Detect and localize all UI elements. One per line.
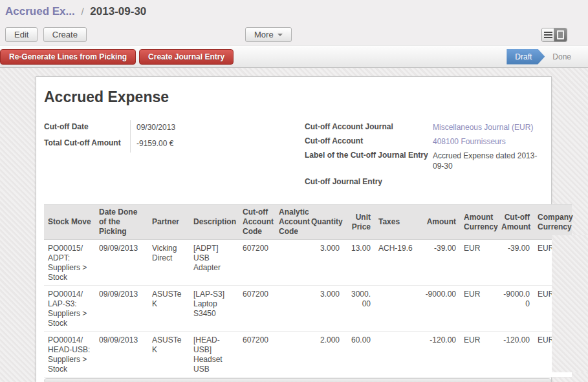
table-cell: EUR <box>460 286 497 332</box>
breadcrumb-separator: / <box>81 6 83 17</box>
table-cell: [LAP-S3] Laptop S3450 <box>190 286 239 332</box>
table-cell: Vicking Direct <box>148 240 190 286</box>
table-cell: PO00015/​ADPT: Suppliers > Stock <box>44 240 95 286</box>
column-header: Unit Price <box>343 205 375 240</box>
table-cell: 3.000 <box>307 240 343 286</box>
table-row[interactable]: PO00014/​HEAD-USB: Suppliers > Stock09/0… <box>44 332 572 377</box>
table-cell: 09/09/2013 <box>95 240 148 286</box>
table-cell <box>375 286 418 332</box>
table-cell: 3000.00 <box>343 286 375 332</box>
column-header: Amount Currency <box>460 205 497 240</box>
toolbar: Edit Create More <box>0 23 588 45</box>
page-title: Accrued Expense <box>44 89 543 106</box>
form-view-button[interactable] <box>554 28 567 41</box>
table-cell <box>275 286 307 332</box>
state-done: Done <box>545 49 579 65</box>
breadcrumb-current: 2013-09-30 <box>90 5 146 17</box>
table-cell: ASUSTeK <box>148 286 190 332</box>
table-cell: 607200 <box>239 286 275 332</box>
cutoff-date-value: 09/30/2013 <box>130 120 305 136</box>
column-header: Description <box>190 205 239 240</box>
top-bar: Accrued Ex... / 2013-09-30 <box>0 0 588 23</box>
total-cutoff-amount-label: Total Cut-off Amount <box>44 136 130 153</box>
table-cell: 607200 <box>239 332 275 377</box>
create-button[interactable]: Create <box>43 27 87 42</box>
view-switcher <box>541 28 567 42</box>
table-cell: EUR <box>534 240 572 286</box>
form-sheet: Accrued Expense Cut-off Date 09/30/2013 … <box>36 76 552 382</box>
status-bar: Re-Generate Lines from Picking Create Jo… <box>0 45 588 68</box>
more-label: More <box>254 30 274 39</box>
table-cell: EUR <box>460 332 497 377</box>
journal-entry-label-label: Label of the Cut-off Journal Entry <box>305 149 433 171</box>
breadcrumb-parent-link[interactable]: Accrued Ex... <box>5 5 75 17</box>
column-header: Taxes <box>375 205 418 240</box>
state-indicator: Draft Done <box>506 49 579 65</box>
edit-button[interactable]: Edit <box>5 27 38 42</box>
table-cell: -120.00 <box>497 332 534 377</box>
table-header-row: Stock MoveDate Done of the PickingPartne… <box>44 205 572 240</box>
list-view-icon <box>544 32 552 38</box>
table-row[interactable]: PO00015/​ADPT: Suppliers > Stock09/09/20… <box>44 240 572 286</box>
column-header: Company Currency <box>534 205 572 240</box>
table-cell: -39.00 <box>497 240 534 286</box>
create-journal-entry-button[interactable]: Create Journal Entry <box>139 49 234 65</box>
form-view-icon <box>557 30 564 39</box>
list-view-button[interactable] <box>542 28 554 41</box>
table-cell: 13.00 <box>343 240 375 286</box>
table-cell: 09/09/2013 <box>95 332 148 377</box>
cutoff-account-label: Cut-off Account <box>305 134 433 149</box>
table-cell: 2.000 <box>307 332 343 377</box>
table-cell <box>275 332 307 377</box>
table-cell: EUR <box>534 286 572 332</box>
table-cell: ASUSTeK <box>148 332 190 377</box>
cutoff-date-label: Cut-off Date <box>44 120 130 136</box>
column-header: Amount <box>418 205 460 240</box>
column-header: Date Done of the Picking <box>95 205 148 240</box>
table-cell: [ADPT] USB Adapter <box>190 240 239 286</box>
column-header: Cut-off Account Code <box>239 205 275 240</box>
cutoff-journal-entry-value <box>433 175 543 189</box>
cutoff-lines-table: Stock MoveDate Done of the PickingPartne… <box>44 204 572 377</box>
horizontal-scrollbar[interactable] <box>44 378 551 382</box>
column-header: Stock Move <box>44 205 95 240</box>
lines-table-container: Stock MoveDate Done of the PickingPartne… <box>44 204 572 382</box>
table-cell: 607200 <box>239 240 275 286</box>
column-header: Quantity <box>307 205 343 240</box>
table-cell: 3.000 <box>307 286 343 332</box>
more-dropdown-button[interactable]: More <box>245 27 292 42</box>
table-row[interactable]: PO00014/​LAP-S3: Suppliers > Stock09/09/… <box>44 286 572 332</box>
table-cell: -9000.00 <box>497 286 534 332</box>
table-cell: EUR <box>534 332 572 377</box>
breadcrumb: Accrued Ex... / 2013-09-30 <box>5 5 583 18</box>
field-group-left: Cut-off Date 09/30/2013 Total Cut-off Am… <box>44 120 305 153</box>
column-header: Analytic Account Code <box>275 205 307 240</box>
total-cutoff-amount-value: -9159.00 € <box>130 136 305 153</box>
table-cell: -39.00 <box>418 240 460 286</box>
table-cell: ACH-19.6 <box>375 240 418 286</box>
field-group-right: Cut-off Account Journal Miscellaneous Jo… <box>305 120 543 189</box>
table-cell: PO00014/​LAP-S3: Suppliers > Stock <box>44 286 95 332</box>
regenerate-lines-button[interactable]: Re-Generate Lines from Picking <box>0 49 136 65</box>
table-cell: 09/09/2013 <box>95 286 148 332</box>
table-cell <box>275 240 307 286</box>
table-cell: -9000.00 <box>418 286 460 332</box>
table-cell <box>375 332 418 377</box>
state-draft: Draft <box>506 49 545 65</box>
table-cell: -120.00 <box>418 332 460 377</box>
table-cell: 60.00 <box>343 332 375 377</box>
cutoff-account-journal-label: Cut-off Account Journal <box>305 120 433 134</box>
table-cell: EUR <box>460 240 497 286</box>
cutoff-account-journal-link[interactable]: Miscellaneous Journal (EUR) <box>433 120 543 134</box>
caret-down-icon <box>278 34 283 39</box>
column-header: Partner <box>148 205 190 240</box>
table-cell: [HEAD-USB] Headset USB <box>190 332 239 377</box>
content-area: Accrued Expense Cut-off Date 09/30/2013 … <box>0 68 588 382</box>
column-header: Cut-off Amount <box>497 205 534 240</box>
field-groups: Cut-off Date 09/30/2013 Total Cut-off Am… <box>44 120 543 196</box>
journal-entry-label-value: Accrued Expense dated 2013-09-30 <box>433 149 543 171</box>
action-buttons: Re-Generate Lines from Picking Create Jo… <box>0 49 237 65</box>
cutoff-journal-entry-label: Cut-off Journal Entry <box>305 175 433 189</box>
cutoff-account-link[interactable]: 408100 Fournisseurs <box>433 134 543 149</box>
table-cell: PO00014/​HEAD-USB: Suppliers > Stock <box>44 332 95 377</box>
